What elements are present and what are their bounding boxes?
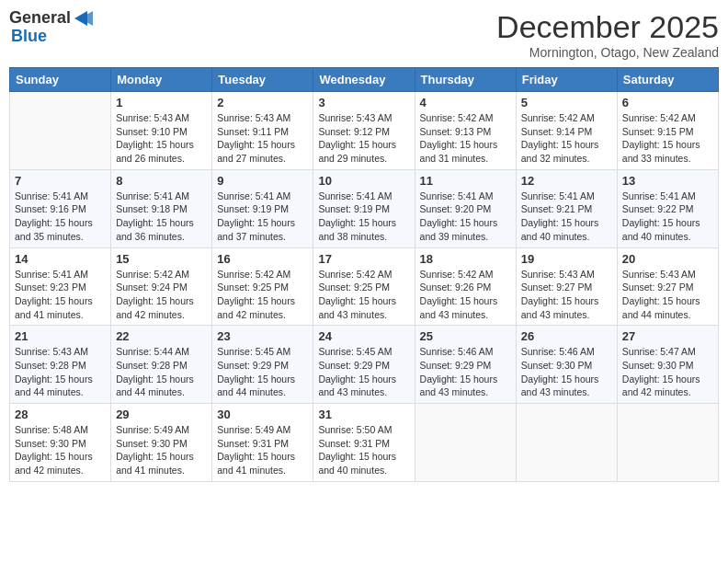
- day-info: Sunrise: 5:49 AM Sunset: 9:30 PM Dayligh…: [116, 423, 207, 477]
- calendar-cell: 9Sunrise: 5:41 AM Sunset: 9:19 PM Daylig…: [212, 169, 313, 247]
- day-info: Sunrise: 5:41 AM Sunset: 9:22 PM Dayligh…: [622, 190, 713, 244]
- calendar-cell: 18Sunrise: 5:42 AM Sunset: 9:26 PM Dayli…: [415, 247, 516, 326]
- day-number: 17: [318, 252, 409, 266]
- day-info: Sunrise: 5:47 AM Sunset: 9:30 PM Dayligh…: [622, 345, 713, 399]
- week-row-5: 28Sunrise: 5:48 AM Sunset: 9:30 PM Dayli…: [10, 404, 719, 482]
- calendar-cell: [516, 404, 617, 482]
- day-info: Sunrise: 5:46 AM Sunset: 9:30 PM Dayligh…: [521, 345, 612, 399]
- logo-general: General: [9, 9, 71, 28]
- calendar-cell: 26Sunrise: 5:46 AM Sunset: 9:30 PM Dayli…: [516, 326, 617, 404]
- day-number: 18: [420, 252, 511, 266]
- day-info: Sunrise: 5:49 AM Sunset: 9:31 PM Dayligh…: [217, 423, 308, 477]
- day-info: Sunrise: 5:42 AM Sunset: 9:25 PM Dayligh…: [318, 268, 409, 322]
- calendar-cell: 10Sunrise: 5:41 AM Sunset: 9:19 PM Dayli…: [313, 169, 415, 247]
- header-cell-thursday: Thursday: [415, 68, 516, 92]
- day-info: Sunrise: 5:41 AM Sunset: 9:19 PM Dayligh…: [217, 190, 308, 244]
- day-number: 5: [521, 96, 612, 109]
- day-number: 4: [420, 96, 511, 109]
- week-row-1: 1Sunrise: 5:43 AM Sunset: 9:10 PM Daylig…: [10, 92, 719, 170]
- day-info: Sunrise: 5:42 AM Sunset: 9:25 PM Dayligh…: [217, 268, 308, 322]
- day-number: 26: [521, 329, 612, 343]
- day-number: 8: [116, 174, 207, 188]
- calendar-cell: 19Sunrise: 5:43 AM Sunset: 9:27 PM Dayli…: [516, 247, 617, 326]
- logo-blue: Blue: [11, 28, 93, 46]
- day-number: 13: [622, 174, 713, 188]
- day-info: Sunrise: 5:44 AM Sunset: 9:28 PM Dayligh…: [116, 345, 207, 399]
- day-info: Sunrise: 5:50 AM Sunset: 9:31 PM Dayligh…: [318, 423, 409, 477]
- day-number: 24: [318, 329, 409, 343]
- week-row-3: 14Sunrise: 5:41 AM Sunset: 9:23 PM Dayli…: [10, 247, 719, 326]
- day-info: Sunrise: 5:45 AM Sunset: 9:29 PM Dayligh…: [217, 345, 308, 399]
- day-info: Sunrise: 5:43 AM Sunset: 9:27 PM Dayligh…: [521, 268, 612, 322]
- header-cell-sunday: Sunday: [10, 68, 111, 92]
- calendar-cell: 23Sunrise: 5:45 AM Sunset: 9:29 PM Dayli…: [212, 326, 313, 404]
- header-cell-friday: Friday: [516, 68, 617, 92]
- day-number: 6: [622, 96, 713, 109]
- calendar-cell: 13Sunrise: 5:41 AM Sunset: 9:22 PM Dayli…: [617, 169, 718, 247]
- day-info: Sunrise: 5:42 AM Sunset: 9:15 PM Dayligh…: [622, 111, 713, 166]
- header-row: SundayMondayTuesdayWednesdayThursdayFrid…: [10, 68, 719, 92]
- day-number: 15: [116, 252, 207, 266]
- day-number: 7: [15, 174, 106, 188]
- day-info: Sunrise: 5:41 AM Sunset: 9:21 PM Dayligh…: [521, 190, 612, 244]
- calendar-cell: [617, 404, 718, 482]
- page-header: General Blue December 2025 Mornington, O…: [9, 9, 719, 60]
- calendar-cell: 31Sunrise: 5:50 AM Sunset: 9:31 PM Dayli…: [313, 404, 415, 482]
- calendar-cell: 3Sunrise: 5:43 AM Sunset: 9:12 PM Daylig…: [313, 92, 415, 170]
- day-info: Sunrise: 5:45 AM Sunset: 9:29 PM Dayligh…: [318, 345, 409, 399]
- day-number: 29: [116, 408, 207, 421]
- calendar-cell: 30Sunrise: 5:49 AM Sunset: 9:31 PM Dayli…: [212, 404, 313, 482]
- calendar-cell: [415, 404, 516, 482]
- calendar-cell: 12Sunrise: 5:41 AM Sunset: 9:21 PM Dayli…: [516, 169, 617, 247]
- header-cell-wednesday: Wednesday: [313, 68, 415, 92]
- day-number: 2: [217, 96, 308, 109]
- calendar-cell: 27Sunrise: 5:47 AM Sunset: 9:30 PM Dayli…: [617, 326, 718, 404]
- header-cell-saturday: Saturday: [617, 68, 718, 92]
- day-info: Sunrise: 5:41 AM Sunset: 9:20 PM Dayligh…: [420, 190, 511, 244]
- calendar-header: SundayMondayTuesdayWednesdayThursdayFrid…: [10, 68, 719, 92]
- day-number: 25: [420, 329, 511, 343]
- day-number: 21: [15, 329, 106, 343]
- title-area: December 2025 Mornington, Otago, New Zea…: [496, 9, 719, 60]
- day-info: Sunrise: 5:43 AM Sunset: 9:11 PM Dayligh…: [217, 111, 308, 166]
- calendar-cell: 6Sunrise: 5:42 AM Sunset: 9:15 PM Daylig…: [617, 92, 718, 170]
- month-title: December 2025: [496, 9, 719, 45]
- day-info: Sunrise: 5:42 AM Sunset: 9:13 PM Dayligh…: [420, 111, 511, 166]
- day-info: Sunrise: 5:42 AM Sunset: 9:24 PM Dayligh…: [116, 268, 207, 322]
- day-info: Sunrise: 5:41 AM Sunset: 9:16 PM Dayligh…: [15, 190, 106, 244]
- day-info: Sunrise: 5:43 AM Sunset: 9:28 PM Dayligh…: [15, 345, 106, 399]
- day-number: 10: [318, 174, 409, 188]
- day-number: 27: [622, 329, 713, 343]
- day-number: 20: [622, 252, 713, 266]
- location: Mornington, Otago, New Zealand: [496, 45, 719, 60]
- day-info: Sunrise: 5:42 AM Sunset: 9:26 PM Dayligh…: [420, 268, 511, 322]
- calendar-cell: 14Sunrise: 5:41 AM Sunset: 9:23 PM Dayli…: [10, 247, 111, 326]
- calendar-body: 1Sunrise: 5:43 AM Sunset: 9:10 PM Daylig…: [10, 92, 719, 482]
- calendar-cell: 15Sunrise: 5:42 AM Sunset: 9:24 PM Dayli…: [111, 247, 212, 326]
- day-number: 11: [420, 174, 511, 188]
- calendar-cell: 7Sunrise: 5:41 AM Sunset: 9:16 PM Daylig…: [10, 169, 111, 247]
- calendar-cell: 29Sunrise: 5:49 AM Sunset: 9:30 PM Dayli…: [111, 404, 212, 482]
- calendar-table: SundayMondayTuesdayWednesdayThursdayFrid…: [9, 67, 719, 482]
- calendar-cell: 1Sunrise: 5:43 AM Sunset: 9:10 PM Daylig…: [111, 92, 212, 170]
- day-info: Sunrise: 5:41 AM Sunset: 9:23 PM Dayligh…: [15, 268, 106, 322]
- header-cell-tuesday: Tuesday: [212, 68, 313, 92]
- logo-icon: [73, 11, 93, 26]
- day-number: 31: [318, 408, 409, 421]
- day-info: Sunrise: 5:41 AM Sunset: 9:19 PM Dayligh…: [318, 190, 409, 244]
- calendar-cell: 25Sunrise: 5:46 AM Sunset: 9:29 PM Dayli…: [415, 326, 516, 404]
- day-info: Sunrise: 5:43 AM Sunset: 9:12 PM Dayligh…: [318, 111, 409, 166]
- calendar-cell: 16Sunrise: 5:42 AM Sunset: 9:25 PM Dayli…: [212, 247, 313, 326]
- calendar-cell: 22Sunrise: 5:44 AM Sunset: 9:28 PM Dayli…: [111, 326, 212, 404]
- day-number: 12: [521, 174, 612, 188]
- day-number: 3: [318, 96, 409, 109]
- week-row-2: 7Sunrise: 5:41 AM Sunset: 9:16 PM Daylig…: [10, 169, 719, 247]
- day-number: 1: [116, 96, 207, 109]
- day-number: 9: [217, 174, 308, 188]
- day-number: 14: [15, 252, 106, 266]
- day-number: 22: [116, 329, 207, 343]
- calendar-cell: 21Sunrise: 5:43 AM Sunset: 9:28 PM Dayli…: [10, 326, 111, 404]
- calendar-cell: 2Sunrise: 5:43 AM Sunset: 9:11 PM Daylig…: [212, 92, 313, 170]
- day-info: Sunrise: 5:43 AM Sunset: 9:27 PM Dayligh…: [622, 268, 713, 322]
- calendar-cell: 8Sunrise: 5:41 AM Sunset: 9:18 PM Daylig…: [111, 169, 212, 247]
